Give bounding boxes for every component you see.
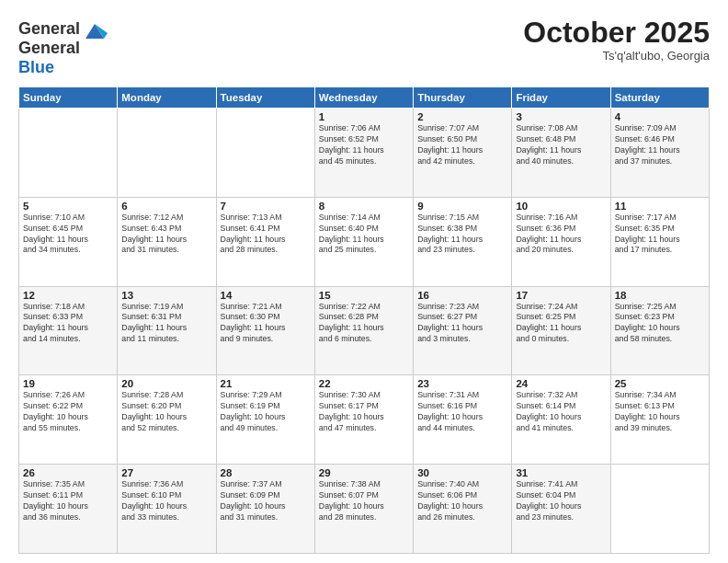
day-number: 16 xyxy=(417,290,507,301)
day-info: Sunrise: 7:10 AM Sunset: 6:45 PM Dayligh… xyxy=(23,213,113,257)
calendar-week-row: 12Sunrise: 7:18 AM Sunset: 6:33 PM Dayli… xyxy=(19,286,710,375)
day-number: 8 xyxy=(319,201,409,212)
header: GeneralBlue General Blue October 2025 Ts… xyxy=(18,17,710,77)
logo-blue-text: Blue xyxy=(18,58,54,76)
day-number: 31 xyxy=(516,467,606,478)
calendar-day-cell: 22Sunrise: 7:30 AM Sunset: 6:17 PM Dayli… xyxy=(314,375,413,465)
weekday-header-monday: Monday xyxy=(118,87,216,109)
day-number: 13 xyxy=(121,290,211,301)
day-info: Sunrise: 7:16 AM Sunset: 6:36 PM Dayligh… xyxy=(516,213,606,257)
day-info: Sunrise: 7:38 AM Sunset: 6:07 PM Dayligh… xyxy=(319,479,409,523)
calendar-day-cell xyxy=(610,465,709,554)
day-info: Sunrise: 7:36 AM Sunset: 6:10 PM Dayligh… xyxy=(121,479,211,523)
day-number: 30 xyxy=(417,467,507,478)
calendar-day-cell: 31Sunrise: 7:41 AM Sunset: 6:04 PM Dayli… xyxy=(512,465,610,554)
calendar-day-cell: 29Sunrise: 7:38 AM Sunset: 6:07 PM Dayli… xyxy=(314,465,413,554)
day-number: 28 xyxy=(221,467,311,478)
day-number: 7 xyxy=(221,201,311,212)
day-number: 23 xyxy=(417,378,507,389)
logo-general: General xyxy=(18,19,80,38)
weekday-header-sunday: Sunday xyxy=(19,87,118,109)
calendar-day-cell: 13Sunrise: 7:19 AM Sunset: 6:31 PM Dayli… xyxy=(118,286,216,375)
calendar-day-cell: 1Sunrise: 7:06 AM Sunset: 6:52 PM Daylig… xyxy=(314,109,413,198)
calendar-day-cell: 27Sunrise: 7:36 AM Sunset: 6:10 PM Dayli… xyxy=(118,465,216,554)
day-number: 24 xyxy=(516,378,606,389)
calendar-day-cell xyxy=(216,109,314,198)
title-block: October 2025 Ts'q'alt'ubo, Georgia xyxy=(523,17,710,63)
day-info: Sunrise: 7:22 AM Sunset: 6:28 PM Dayligh… xyxy=(319,302,409,346)
day-number: 10 xyxy=(516,201,606,212)
day-info: Sunrise: 7:23 AM Sunset: 6:27 PM Dayligh… xyxy=(417,302,507,346)
calendar-table: SundayMondayTuesdayWednesdayThursdayFrid… xyxy=(18,86,710,554)
calendar-day-cell: 18Sunrise: 7:25 AM Sunset: 6:23 PM Dayli… xyxy=(610,286,709,375)
day-info: Sunrise: 7:07 AM Sunset: 6:50 PM Dayligh… xyxy=(417,123,507,167)
day-number: 20 xyxy=(121,378,211,389)
day-number: 3 xyxy=(516,111,606,122)
day-number: 25 xyxy=(615,378,705,389)
day-info: Sunrise: 7:19 AM Sunset: 6:31 PM Dayligh… xyxy=(121,302,211,346)
day-info: Sunrise: 7:09 AM Sunset: 6:46 PM Dayligh… xyxy=(615,123,705,167)
day-info: Sunrise: 7:32 AM Sunset: 6:14 PM Dayligh… xyxy=(516,390,606,434)
day-info: Sunrise: 7:12 AM Sunset: 6:43 PM Dayligh… xyxy=(121,213,211,257)
weekday-header-thursday: Thursday xyxy=(414,87,512,109)
calendar-day-cell: 15Sunrise: 7:22 AM Sunset: 6:28 PM Dayli… xyxy=(314,286,413,375)
day-number: 6 xyxy=(121,201,211,212)
calendar-day-cell xyxy=(19,109,118,198)
calendar-week-row: 26Sunrise: 7:35 AM Sunset: 6:11 PM Dayli… xyxy=(19,465,710,554)
day-number: 12 xyxy=(23,290,113,301)
calendar-day-cell: 19Sunrise: 7:26 AM Sunset: 6:22 PM Dayli… xyxy=(19,375,118,465)
calendar-day-cell xyxy=(118,109,216,198)
day-number: 17 xyxy=(516,290,606,301)
calendar-week-row: 5Sunrise: 7:10 AM Sunset: 6:45 PM Daylig… xyxy=(19,197,710,286)
calendar-day-cell: 12Sunrise: 7:18 AM Sunset: 6:33 PM Dayli… xyxy=(19,286,118,375)
month-title: October 2025 xyxy=(523,17,710,49)
calendar-week-row: 1Sunrise: 7:06 AM Sunset: 6:52 PM Daylig… xyxy=(19,109,710,198)
calendar-day-cell: 14Sunrise: 7:21 AM Sunset: 6:30 PM Dayli… xyxy=(216,286,314,375)
day-number: 14 xyxy=(221,290,311,301)
day-info: Sunrise: 7:21 AM Sunset: 6:30 PM Dayligh… xyxy=(221,302,311,346)
day-info: Sunrise: 7:24 AM Sunset: 6:25 PM Dayligh… xyxy=(516,302,606,346)
calendar-week-row: 19Sunrise: 7:26 AM Sunset: 6:22 PM Dayli… xyxy=(19,375,710,465)
calendar-day-cell: 5Sunrise: 7:10 AM Sunset: 6:45 PM Daylig… xyxy=(19,197,118,286)
calendar-day-cell: 25Sunrise: 7:34 AM Sunset: 6:13 PM Dayli… xyxy=(610,375,709,465)
calendar-day-cell: 6Sunrise: 7:12 AM Sunset: 6:43 PM Daylig… xyxy=(118,197,216,286)
calendar-day-cell: 26Sunrise: 7:35 AM Sunset: 6:11 PM Dayli… xyxy=(19,465,118,554)
day-number: 21 xyxy=(221,378,311,389)
weekday-header-friday: Friday xyxy=(512,87,610,109)
day-number: 18 xyxy=(615,290,705,301)
calendar-day-cell: 28Sunrise: 7:37 AM Sunset: 6:09 PM Dayli… xyxy=(216,465,314,554)
logo: GeneralBlue General Blue xyxy=(18,17,108,77)
day-info: Sunrise: 7:31 AM Sunset: 6:16 PM Dayligh… xyxy=(417,390,507,434)
logo-icon xyxy=(82,17,108,42)
day-info: Sunrise: 7:15 AM Sunset: 6:38 PM Dayligh… xyxy=(417,213,507,257)
calendar-day-cell: 24Sunrise: 7:32 AM Sunset: 6:14 PM Dayli… xyxy=(512,375,610,465)
day-info: Sunrise: 7:34 AM Sunset: 6:13 PM Dayligh… xyxy=(615,390,705,434)
day-info: Sunrise: 7:17 AM Sunset: 6:35 PM Dayligh… xyxy=(615,213,705,257)
calendar-day-cell: 2Sunrise: 7:07 AM Sunset: 6:50 PM Daylig… xyxy=(414,109,512,198)
day-number: 5 xyxy=(23,201,113,212)
calendar-day-cell: 7Sunrise: 7:13 AM Sunset: 6:41 PM Daylig… xyxy=(216,197,314,286)
day-info: Sunrise: 7:29 AM Sunset: 6:19 PM Dayligh… xyxy=(221,390,311,434)
calendar-day-cell: 10Sunrise: 7:16 AM Sunset: 6:36 PM Dayli… xyxy=(512,197,610,286)
weekday-header-wednesday: Wednesday xyxy=(314,87,413,109)
day-info: Sunrise: 7:37 AM Sunset: 6:09 PM Dayligh… xyxy=(221,479,311,523)
calendar-day-cell: 20Sunrise: 7:28 AM Sunset: 6:20 PM Dayli… xyxy=(118,375,216,465)
calendar-day-cell: 21Sunrise: 7:29 AM Sunset: 6:19 PM Dayli… xyxy=(216,375,314,465)
day-info: Sunrise: 7:41 AM Sunset: 6:04 PM Dayligh… xyxy=(516,479,606,523)
calendar-day-cell: 17Sunrise: 7:24 AM Sunset: 6:25 PM Dayli… xyxy=(512,286,610,375)
day-info: Sunrise: 7:08 AM Sunset: 6:48 PM Dayligh… xyxy=(516,123,606,167)
day-number: 29 xyxy=(319,467,409,478)
calendar-day-cell: 8Sunrise: 7:14 AM Sunset: 6:40 PM Daylig… xyxy=(314,197,413,286)
weekday-header-row: SundayMondayTuesdayWednesdayThursdayFrid… xyxy=(19,87,710,109)
weekday-header-tuesday: Tuesday xyxy=(216,87,314,109)
day-number: 26 xyxy=(23,467,113,478)
calendar-day-cell: 16Sunrise: 7:23 AM Sunset: 6:27 PM Dayli… xyxy=(414,286,512,375)
day-info: Sunrise: 7:30 AM Sunset: 6:17 PM Dayligh… xyxy=(319,390,409,434)
calendar-day-cell: 3Sunrise: 7:08 AM Sunset: 6:48 PM Daylig… xyxy=(512,109,610,198)
day-number: 4 xyxy=(615,111,705,122)
day-number: 22 xyxy=(319,378,409,389)
day-number: 27 xyxy=(121,467,211,478)
day-info: Sunrise: 7:14 AM Sunset: 6:40 PM Dayligh… xyxy=(319,213,409,257)
day-info: Sunrise: 7:26 AM Sunset: 6:22 PM Dayligh… xyxy=(23,390,113,434)
calendar-day-cell: 9Sunrise: 7:15 AM Sunset: 6:38 PM Daylig… xyxy=(414,197,512,286)
